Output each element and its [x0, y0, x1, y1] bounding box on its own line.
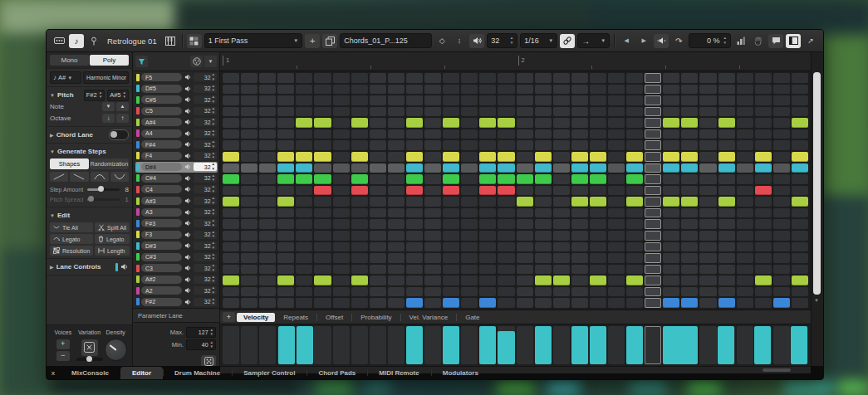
step-cell-A3-30[interactable]	[755, 208, 772, 218]
step-cell-A#2-24[interactable]	[645, 276, 661, 285]
step-cell-A3-18[interactable]	[535, 208, 552, 218]
step-cell-A2-3[interactable]	[259, 287, 276, 297]
velocity-bar-col-30[interactable]	[754, 326, 771, 364]
step-cell-F3-3[interactable]	[259, 231, 276, 241]
step-cell-F#3-29[interactable]	[737, 219, 753, 229]
min-value-field[interactable]: 40▲▼	[186, 339, 216, 350]
pitch-spread-slider[interactable]	[87, 198, 120, 201]
step-cell-F#2-6[interactable]	[314, 298, 331, 308]
step-cell-D#4-12[interactable]	[424, 163, 441, 173]
step-cell-C3-13[interactable]	[443, 265, 459, 275]
lane-mute-speaker-icon[interactable]	[184, 108, 192, 115]
step-cell-A#2-1[interactable]	[223, 276, 239, 285]
step-cell-C4-11[interactable]	[406, 186, 423, 196]
step-cell-A4-7[interactable]	[333, 129, 350, 139]
step-cell-A4-16[interactable]	[498, 129, 514, 139]
lane-mute-speaker-icon[interactable]	[184, 242, 192, 249]
step-cell-F#3-19[interactable]	[553, 219, 570, 229]
step-cell-A#3-14[interactable]	[461, 197, 478, 207]
step-cell-A2-21[interactable]	[590, 287, 606, 297]
step-cell-F5-29[interactable]	[737, 73, 753, 83]
step-cell-A2-4[interactable]	[277, 287, 294, 297]
step-cell-F#3-31[interactable]	[773, 219, 790, 229]
step-cell-F5-31[interactable]	[773, 73, 790, 83]
step-cell-D#4-1[interactable]	[223, 163, 239, 173]
add-parameter-lane-button[interactable]: +	[223, 312, 235, 322]
step-cell-F#3-3[interactable]	[259, 219, 276, 229]
delete-legato-button[interactable]: Legato	[95, 234, 130, 244]
step-cell-A3-22[interactable]	[608, 208, 625, 218]
step-cell-D#4-7[interactable]	[333, 163, 350, 173]
variation-slider[interactable]	[76, 358, 103, 361]
lane-row-C5[interactable]: C532▲▼	[135, 106, 218, 117]
step-cell-F5-6[interactable]	[314, 73, 331, 83]
lane-step-count-field[interactable]: 32▲▼	[194, 129, 217, 138]
lane-row-F4[interactable]: F432▲▼	[135, 151, 218, 162]
step-cell-A#2-14[interactable]	[461, 276, 478, 285]
step-cell-A2-9[interactable]	[370, 287, 386, 297]
step-cell-F3-8[interactable]	[351, 231, 368, 241]
step-cell-C3-27[interactable]	[699, 265, 716, 275]
step-cell-A4-17[interactable]	[517, 129, 533, 139]
step-cell-C#3-24[interactable]	[645, 253, 661, 263]
velocity-bar-col-11[interactable]	[406, 326, 423, 364]
step-cell-A3-16[interactable]	[498, 208, 514, 218]
step-cell-A2-27[interactable]	[699, 287, 716, 297]
lane-row-A2[interactable]: A232▲▼	[135, 285, 218, 296]
piano-keyboard-icon[interactable]	[163, 34, 178, 48]
step-cell-C3-12[interactable]	[424, 265, 441, 275]
step-cell-C#5-32[interactable]	[792, 95, 808, 105]
step-cell-A4-18[interactable]	[535, 129, 552, 139]
pattern-grid-icon[interactable]	[187, 34, 202, 48]
step-cell-F#3-13[interactable]	[443, 219, 459, 229]
step-cell-C4-17[interactable]	[517, 186, 533, 196]
step-cell-A#3-18[interactable]	[535, 197, 552, 207]
step-cell-A3-20[interactable]	[571, 208, 588, 218]
step-cell-C4-5[interactable]	[296, 186, 312, 196]
lane-note-button[interactable]: A#4	[141, 118, 182, 126]
step-cell-C5-5[interactable]	[296, 107, 312, 117]
step-cell-F#4-6[interactable]	[314, 140, 331, 150]
step-cell-F#2-29[interactable]	[737, 298, 753, 308]
key-select[interactable]: ♪ A#▼	[50, 71, 81, 84]
step-cell-A3-14[interactable]	[461, 208, 478, 218]
lane-step-count-field[interactable]: 32▲▼	[194, 219, 217, 227]
step-cell-A#3-4[interactable]	[277, 197, 294, 207]
step-cell-D#4-9[interactable]	[370, 163, 386, 173]
step-cell-A#4-9[interactable]	[370, 118, 386, 128]
step-cell-A#3-26[interactable]	[681, 197, 698, 207]
step-cell-A#3-2[interactable]	[241, 197, 257, 207]
step-cell-F5-24[interactable]	[645, 73, 661, 83]
bottom-tab-editor[interactable]: Editor	[120, 367, 163, 379]
lane-step-count-field[interactable]: 32▲▼	[194, 286, 217, 295]
step-cell-F#4-14[interactable]	[461, 140, 478, 150]
step-cell-D#5-10[interactable]	[388, 85, 405, 95]
step-cell-C#5-12[interactable]	[424, 95, 441, 105]
step-cell-F3-12[interactable]	[424, 231, 441, 241]
velocity-bar-col-16[interactable]	[498, 331, 514, 364]
step-cell-C#4-10[interactable]	[388, 174, 405, 184]
step-cell-C#4-17[interactable]	[517, 174, 533, 184]
step-cell-F#4-17[interactable]	[517, 140, 533, 150]
step-cell-A3-23[interactable]	[626, 208, 643, 218]
step-cell-F#3-32[interactable]	[792, 219, 808, 229]
parameter-tab-probability[interactable]: Probability	[354, 313, 398, 322]
step-cell-C#4-29[interactable]	[737, 174, 753, 184]
lane-row-A#4[interactable]: A#432▲▼	[135, 117, 218, 128]
variation-dice-button[interactable]	[81, 339, 98, 356]
step-cell-C4-3[interactable]	[259, 186, 276, 196]
step-cell-C#3-27[interactable]	[699, 253, 716, 263]
step-cell-A2-14[interactable]	[461, 287, 478, 297]
step-cell-C4-14[interactable]	[461, 186, 478, 196]
step-cell-F#4-3[interactable]	[259, 140, 276, 150]
velocity-bar-col-20[interactable]	[571, 326, 588, 364]
step-cell-C4-30[interactable]	[755, 186, 772, 196]
lane-mute-speaker-icon[interactable]	[184, 299, 192, 305]
resolution-button[interactable]: Resolution	[50, 246, 93, 256]
step-cell-C#4-23[interactable]	[626, 174, 643, 184]
step-cell-D#5-23[interactable]	[626, 85, 643, 95]
lane-step-count-field[interactable]: 32▲▼	[194, 95, 217, 104]
step-cell-D#4-2[interactable]	[241, 163, 257, 173]
bottom-tab-sampler-control[interactable]: Sampler Control	[232, 366, 306, 379]
step-cell-F#4-15[interactable]	[479, 140, 496, 150]
